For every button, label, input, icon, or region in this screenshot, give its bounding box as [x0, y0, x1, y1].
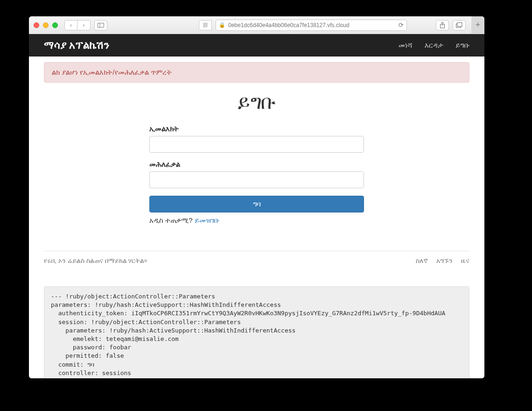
- footer-link-about[interactable]: ስለኛ: [416, 257, 428, 265]
- titlebar: ‹ › 🔒 0ebe1dc6d40e4a4bb06e0ca7fe138127.v…: [29, 16, 484, 34]
- minimize-icon[interactable]: [43, 22, 49, 28]
- back-button[interactable]: ‹: [64, 20, 77, 30]
- nav-link-help[interactable]: እርዳታ: [425, 41, 443, 50]
- footer: የሩቢ ኦን ሬይልስ ስልጠና በማይክል ሃርትል፡፡ ስለኛ አግኙን ዜ…: [44, 251, 469, 265]
- nav-buttons: ‹ ›: [64, 20, 91, 30]
- email-label: ኢመልእክት: [149, 125, 364, 133]
- browser-window: ‹ › 🔒 0ebe1dc6d40e4a4bb06e0ca7fe138127.v…: [29, 16, 484, 378]
- url-text: 0ebe1dc6d40e4a4bb06e0ca7fe138127.vfs.clo…: [228, 22, 394, 28]
- nav-link-home[interactable]: መነሻ: [399, 41, 413, 50]
- brand[interactable]: ማሳያ አፕልኬሽን: [44, 39, 109, 51]
- sidebar-toggle-button[interactable]: [94, 20, 107, 30]
- page-title: ይግቡ: [29, 91, 484, 113]
- alert-text: ልክ ያልሆነ የኢመልእክት/የመሕለፈቃል ጥምረት: [52, 68, 172, 76]
- window-controls: [34, 22, 58, 28]
- maximize-icon[interactable]: [52, 22, 58, 28]
- email-field[interactable]: [149, 136, 364, 153]
- app-navbar: ማሳያ አፕልኬሽን መነሻ እርዳታ ይግቡ: [29, 34, 484, 57]
- signup-prompt: አዲስ ተጠቃሚ?: [149, 216, 193, 224]
- share-button[interactable]: [436, 20, 449, 30]
- login-form: ኢመልእክት መሕለፈቃል ግባ አዲስ ተጠቃሚ? ይመዝገቡ: [149, 125, 364, 225]
- svg-rect-0: [98, 23, 104, 27]
- page-content: ማሳያ አፕልኬሽን መነሻ እርዳታ ይግቡ ልክ ያልሆነ የኢመልእክት/…: [29, 34, 484, 378]
- debug-dump: --- !ruby/object:ActionController::Param…: [44, 286, 469, 378]
- nav-link-login[interactable]: ይግቡ: [455, 41, 469, 50]
- submit-button[interactable]: ግባ: [149, 196, 364, 213]
- close-icon[interactable]: [34, 22, 39, 28]
- forward-button[interactable]: ›: [77, 20, 91, 30]
- footer-text: የሩቢ ኦን ሬይልስ ስልጠና በማይክል ሃርትል፡፡: [44, 257, 147, 265]
- nav-links: መነሻ እርዳታ ይግቡ: [399, 41, 469, 50]
- footer-link-news[interactable]: ዜና: [461, 257, 469, 265]
- url-bar[interactable]: 🔒 0ebe1dc6d40e4a4bb06e0ca7fe138127.vfs.c…: [216, 20, 407, 31]
- reload-icon[interactable]: ⟳: [399, 21, 404, 28]
- svg-rect-9: [457, 22, 462, 26]
- signup-link[interactable]: ይመዝገቡ: [195, 216, 219, 224]
- footer-links: ስለኛ አግኙን ዜና: [416, 257, 469, 265]
- signup-prompt-line: አዲስ ተጠቃሚ? ይመዝገቡ: [149, 216, 364, 225]
- flash-alert: ልክ ያልሆነ የኢመልእክት/የመሕለፈቃል ጥምረት: [44, 62, 469, 83]
- password-label: መሕለፈቃል: [149, 160, 364, 169]
- new-tab-button[interactable]: +: [471, 16, 484, 34]
- footer-link-contact[interactable]: አግኙን: [436, 257, 453, 265]
- reader-button[interactable]: [199, 20, 212, 30]
- tabs-button[interactable]: [453, 20, 466, 30]
- lock-icon: 🔒: [219, 22, 225, 28]
- password-field[interactable]: [149, 171, 364, 188]
